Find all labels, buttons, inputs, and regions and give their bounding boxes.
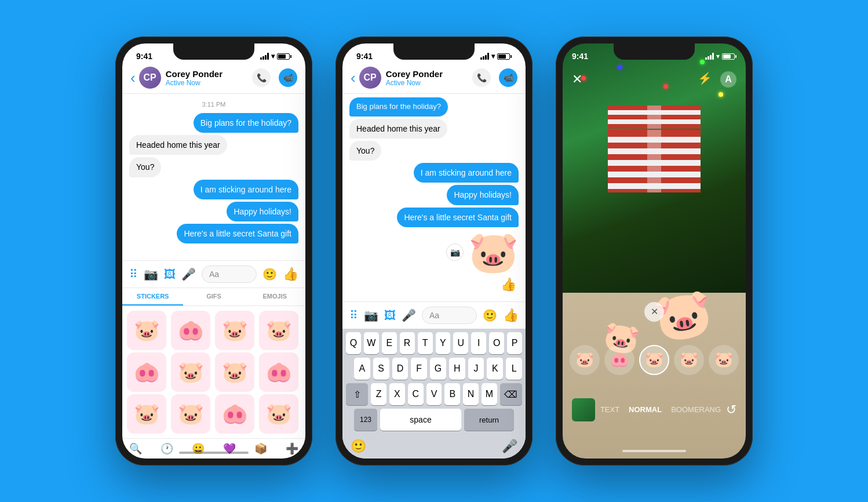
mic-icon-2[interactable]: 🎤 [402,308,416,322]
thumbsup-icon-2[interactable]: 👍 [503,308,519,323]
search-sticker-icon[interactable]: 🔍 [129,442,142,455]
video-button-2[interactable]: 📹 [499,68,517,87]
sticker-tab-gifs[interactable]: GIFS [183,288,244,305]
key-n[interactable]: N [463,383,479,405]
sticker-4[interactable]: 🐷 [259,311,298,350]
key-f[interactable]: F [411,358,427,380]
mode-boomerang[interactable]: BOOMERANG [671,405,721,414]
thumbsup-icon-1[interactable]: 👍 [283,267,298,282]
sticker-option-4[interactable]: 🐷 [674,345,704,375]
key-l[interactable]: L [506,358,522,380]
key-shift[interactable]: ⇧ [346,383,368,405]
sticker-1[interactable]: 🐷 [127,311,166,350]
mode-normal[interactable]: NORMAL [629,405,662,414]
header-actions-2: 📞 📹 [472,68,517,87]
sticker-6[interactable]: 🐷 [171,352,210,392]
sticker-option-5[interactable]: 🐷 [709,345,739,375]
camera-icon-1[interactable]: 📷 [144,267,158,281]
recent-sticker-icon[interactable]: 🕐 [161,442,173,455]
chat-area-2: Big plans for the holiday? Headed home t… [342,94,526,301]
camera-flip-btn[interactable]: ↺ [726,402,736,417]
camera-close-btn[interactable]: ✕ [572,72,582,87]
apps-icon-1[interactable]: ⠿ [129,267,138,281]
emoji-icon-1[interactable]: 🙂 [262,267,277,281]
sticker-2[interactable]: 🐽 [171,311,210,350]
key-a[interactable]: A [354,358,370,380]
key-p[interactable]: P [507,332,522,354]
msg-sent-4: Here's a little secret Santa gift [177,224,298,243]
key-e[interactable]: E [382,332,397,354]
sticker-7[interactable]: 🐷 [215,352,254,392]
key-123[interactable]: 123 [354,409,377,431]
image-icon-2[interactable]: 🖼 [384,309,396,322]
time-2: 9:41 [356,52,373,61]
keyboard-2[interactable]: Q W E R T Y U I O P A S D F G H J K L [342,329,526,459]
key-z[interactable]: Z [371,383,386,405]
add-sticker-icon[interactable]: ➕ [286,442,298,455]
camera-icon-2[interactable]: 📷 [364,308,378,322]
remove-sticker-btn[interactable]: ✕ [644,302,664,322]
key-u[interactable]: U [453,332,468,354]
sticker-12[interactable]: 🐷 [259,394,298,434]
key-y[interactable]: Y [436,332,451,354]
sticker-10[interactable]: 🐷 [171,394,210,434]
image-icon-1[interactable]: 🖼 [164,268,176,281]
thumbsup-btn-2[interactable]: 👍 [501,277,516,292]
key-w[interactable]: W [364,332,379,354]
call-button-2[interactable]: 📞 [472,68,491,87]
msg-recv-4: You? [349,141,381,161]
key-x[interactable]: X [389,383,405,405]
mode-text[interactable]: TEXT [600,405,619,414]
key-j[interactable]: J [468,358,484,380]
back-button-2[interactable]: ‹ [351,70,356,85]
key-h[interactable]: H [449,358,465,380]
mic-kb-icon[interactable]: 🎤 [502,439,517,454]
sticker-option-1[interactable]: 🐷 [570,345,600,375]
key-i[interactable]: I [471,332,486,354]
call-button-1[interactable]: 📞 [252,68,271,87]
video-button-1[interactable]: 📹 [279,68,297,87]
keyboard-row-3: ⇧ Z X C V B N M ⌫ [342,380,526,405]
apps-icon-2[interactable]: ⠿ [349,308,358,322]
pig-sticker-msg: 🐷 [468,232,519,272]
emoji-icon-2[interactable]: 🙂 [483,308,497,322]
key-q[interactable]: Q [346,332,361,354]
sticker-9[interactable]: 🐷 [127,394,166,434]
sticker-camera-btn[interactable]: 📷 [446,243,464,261]
sticker-option-3-selected[interactable]: 🐷 [639,345,669,375]
sticker-tab-emojis[interactable]: EMOJIS [245,288,305,305]
mic-icon-1[interactable]: 🎤 [181,267,196,281]
key-r[interactable]: R [400,332,415,354]
key-g[interactable]: G [430,358,446,380]
key-s[interactable]: S [373,358,389,380]
key-t[interactable]: T [418,332,433,354]
key-m[interactable]: M [482,383,497,405]
chat-toolbar-1: ⠿ 📷 🖼 🎤 Aa 🙂 👍 [122,260,305,288]
sticker-8[interactable]: 🐽 [259,352,298,392]
flash-auto-icon[interactable]: A [720,71,736,88]
key-return[interactable]: return [464,409,514,431]
sticker-3[interactable]: 🐷 [215,311,254,350]
gallery-thumbnail[interactable] [572,398,595,421]
key-d[interactable]: D [392,358,409,380]
sticker-option-2[interactable]: 🐽 [604,345,634,375]
key-k[interactable]: K [487,358,503,380]
emoji-kb-icon[interactable]: 🙂 [351,439,366,454]
key-v[interactable]: V [426,383,442,405]
key-space[interactable]: space [380,409,461,431]
keyboard-row-2: A S D F G H J K L [351,354,526,380]
like-area: 👍 [349,277,519,292]
key-b[interactable]: B [444,383,460,405]
sticker-5[interactable]: 🐽 [127,352,166,392]
msg-sent-7: Here's a little secret Santa gift [397,208,519,227]
key-c[interactable]: C [408,383,424,405]
sticker-tab-stickers[interactable]: STICKERS [122,288,183,305]
message-input-2[interactable]: Aa [422,307,477,324]
back-button-1[interactable]: ‹ [130,70,136,85]
key-delete[interactable]: ⌫ [500,383,522,405]
flash-off-icon[interactable]: ⚡ [698,71,712,88]
message-input-1[interactable]: Aa [202,265,257,283]
key-o[interactable]: O [489,332,504,354]
box-sticker-icon[interactable]: 📦 [254,442,267,455]
sticker-11[interactable]: 🐽 [215,394,254,434]
